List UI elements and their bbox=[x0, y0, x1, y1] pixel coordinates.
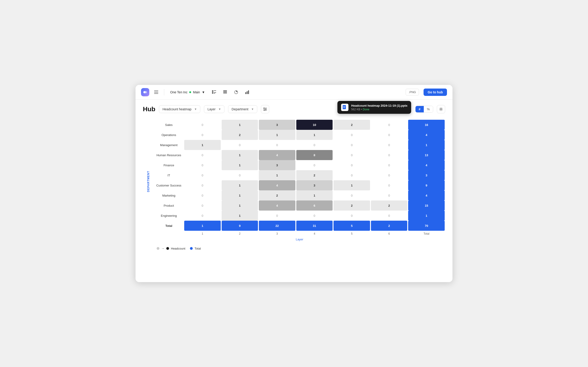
table-row: IT0012003 bbox=[154, 170, 445, 180]
heatmap-cell: 13 bbox=[408, 150, 445, 160]
divider bbox=[164, 89, 164, 95]
heatmap-cell: 0 bbox=[371, 130, 408, 140]
heatmap-cell: 0 bbox=[184, 170, 221, 180]
svg-rect-6 bbox=[214, 90, 216, 91]
layer-axis-label: Layer bbox=[154, 238, 445, 241]
app-logo[interactable] bbox=[141, 88, 149, 96]
heatmap-filter-dropdown[interactable]: Headcount heatmap ▼ bbox=[159, 105, 200, 113]
heatmap-cell: 4 bbox=[258, 200, 296, 211]
heatmap-cell: 6 bbox=[296, 200, 333, 211]
status-dot bbox=[189, 91, 191, 93]
svg-rect-5 bbox=[212, 90, 213, 92]
heatmap-cell: 2 bbox=[296, 170, 333, 180]
heatmap-cell: 4 bbox=[258, 180, 296, 190]
heatmap-cell: 8 bbox=[296, 150, 333, 160]
toolbar: One Ten Inc Main ▼ bbox=[136, 85, 452, 100]
download-toast: Headcount heatmap 2024-11-19 (1).pptx 56… bbox=[337, 101, 411, 114]
svg-rect-14 bbox=[245, 92, 246, 94]
svg-rect-20 bbox=[343, 108, 345, 108]
heatmap-cell: 0 bbox=[296, 211, 333, 221]
legend-headcount-dot bbox=[166, 247, 169, 250]
svg-point-24 bbox=[264, 108, 265, 108]
heatmap-cell: 3 bbox=[408, 170, 445, 180]
layer-filter-dropdown[interactable]: Layer ▼ bbox=[204, 105, 225, 113]
heatmap-cell: 0 bbox=[371, 180, 408, 190]
svg-rect-8 bbox=[214, 92, 216, 93]
workspace-selector[interactable]: One Ten Inc Main ▼ bbox=[168, 89, 207, 95]
total-cell: 9 bbox=[221, 221, 259, 231]
heatmap-cell: 1 bbox=[221, 200, 259, 211]
go-to-hub-button[interactable]: Go to hub bbox=[424, 89, 447, 96]
heatmap-cell: 0 bbox=[333, 160, 371, 170]
column-header-label: 2 bbox=[221, 232, 259, 235]
main-content: Hub Headcount heatmap ▼ Layer ▼ Departme… bbox=[136, 100, 452, 256]
heatmap-cell: 1 bbox=[333, 180, 371, 190]
column-header-label: 1 bbox=[184, 232, 221, 235]
column-header-label: Total bbox=[408, 232, 445, 235]
heatmap-cell: 16 bbox=[408, 120, 445, 130]
png-export-button[interactable]: .PNG bbox=[406, 89, 419, 95]
heatmap-cell: 10 bbox=[296, 120, 333, 130]
heatmap-cell: 4 bbox=[258, 150, 296, 160]
heatmap-cell: 0 bbox=[221, 140, 259, 150]
table-row: Engineering0100001 bbox=[154, 211, 445, 221]
chevron-down-icon: ▼ bbox=[218, 108, 221, 111]
settings-button[interactable] bbox=[437, 105, 445, 113]
heatmap-cell: 0 bbox=[258, 211, 296, 221]
hash-view-button[interactable]: # bbox=[415, 106, 424, 112]
heatmap-cell: 0 bbox=[333, 211, 371, 221]
legend-empty-icon bbox=[157, 247, 159, 250]
toast-info: Headcount heatmap 2024-11-19 (1).pptx 56… bbox=[351, 104, 407, 111]
heatmap-cell: 0 bbox=[221, 170, 259, 180]
diagram-icon-button[interactable] bbox=[210, 88, 218, 96]
chart-icon-button[interactable] bbox=[232, 88, 240, 96]
heatmap-cell: 0 bbox=[333, 170, 371, 180]
column-header-label: 5 bbox=[333, 232, 371, 235]
menu-button[interactable] bbox=[152, 88, 160, 96]
heatmap-cell: 0 bbox=[371, 140, 408, 150]
heatmap-cell: 0 bbox=[184, 180, 221, 190]
column-header-label: 3 bbox=[258, 232, 296, 235]
heatmap-cell: 0 bbox=[333, 140, 371, 150]
total-cell: 5 bbox=[333, 221, 371, 231]
heatmap-cell: 0 bbox=[184, 120, 221, 130]
chevron-down-icon: ▼ bbox=[251, 108, 254, 111]
svg-point-1 bbox=[145, 91, 147, 93]
chevron-down-icon: ▼ bbox=[194, 108, 197, 111]
list-icon-button[interactable] bbox=[221, 88, 229, 96]
table-row: Finance0130004 bbox=[154, 160, 445, 170]
heatmap-cell: 0 bbox=[371, 160, 408, 170]
svg-rect-15 bbox=[247, 91, 248, 94]
heatmap-cell: 4 bbox=[408, 130, 445, 140]
total-cell: 2 bbox=[371, 221, 408, 231]
heatmap-cell: 0 bbox=[371, 150, 408, 160]
heatmap-cell: 0 bbox=[184, 160, 221, 170]
heatmap-cell: 0 bbox=[184, 130, 221, 140]
total-cell: 70 bbox=[408, 221, 445, 231]
svg-rect-18 bbox=[343, 106, 346, 107]
heatmap-cell: 0 bbox=[371, 211, 408, 221]
heatmap-cell: 1 bbox=[221, 180, 259, 190]
table-row: Marketing0121004 bbox=[154, 190, 445, 200]
heatmap-cell: 1 bbox=[296, 190, 333, 200]
svg-point-25 bbox=[265, 109, 266, 110]
legend-total-dot bbox=[190, 247, 193, 250]
heatmap-cell: 3 bbox=[296, 180, 333, 190]
heatmap-cell: 0 bbox=[184, 211, 221, 221]
svg-rect-19 bbox=[343, 107, 345, 107]
toast-meta: 562 KB • Done bbox=[351, 108, 407, 111]
heatmap-cell: 2 bbox=[258, 190, 296, 200]
table-row: Product01462215 bbox=[154, 200, 445, 211]
heatmap-cell: 1 bbox=[258, 130, 296, 140]
page-title: Hub bbox=[143, 106, 155, 113]
department-filter-dropdown[interactable]: Department ▼ bbox=[228, 105, 257, 113]
heatmap-cell: 0 bbox=[184, 190, 221, 200]
svg-rect-10 bbox=[223, 90, 227, 91]
percent-view-button[interactable]: % bbox=[424, 106, 433, 112]
filter-settings-button[interactable] bbox=[261, 105, 269, 113]
table-row: Sales013102016 bbox=[154, 120, 445, 130]
view-toggle: # % bbox=[415, 106, 433, 113]
heatmap-cell: 1 bbox=[221, 150, 259, 160]
bar-chart-icon-button[interactable] bbox=[243, 88, 251, 96]
column-header-label: 4 bbox=[296, 232, 333, 235]
